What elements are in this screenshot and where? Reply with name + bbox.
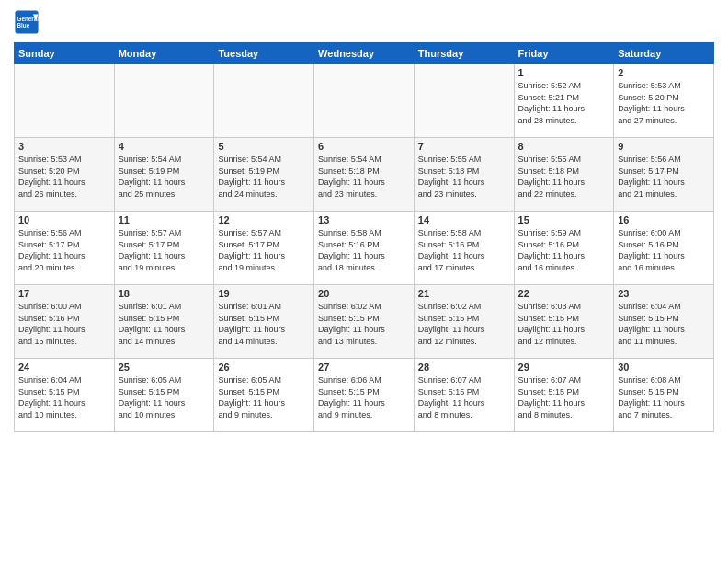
day-cell: 17Sunrise: 6:00 AM Sunset: 5:16 PM Dayli…: [15, 285, 115, 359]
day-cell: 20Sunrise: 6:02 AM Sunset: 5:15 PM Dayli…: [314, 285, 415, 359]
day-cell: 3Sunrise: 5:53 AM Sunset: 5:20 PM Daylig…: [15, 138, 115, 212]
day-info: Sunrise: 5:54 AM Sunset: 5:19 PM Dayligh…: [119, 154, 210, 200]
day-number: 4: [119, 141, 210, 152]
day-number: 11: [119, 214, 210, 225]
page: General Blue SundayMondayTuesdayWednesda…: [0, 0, 728, 563]
day-cell: [15, 64, 115, 138]
day-cell: 9Sunrise: 5:56 AM Sunset: 5:17 PM Daylig…: [614, 138, 714, 212]
day-number: 24: [18, 362, 110, 373]
day-info: Sunrise: 6:07 AM Sunset: 5:15 PM Dayligh…: [418, 374, 510, 420]
day-cell: 18Sunrise: 6:01 AM Sunset: 5:15 PM Dayli…: [114, 285, 214, 359]
day-cell: 1Sunrise: 5:52 AM Sunset: 5:21 PM Daylig…: [514, 64, 614, 138]
day-info: Sunrise: 6:01 AM Sunset: 5:15 PM Dayligh…: [218, 301, 310, 347]
day-number: 28: [418, 362, 510, 373]
day-cell: [414, 64, 514, 138]
day-number: 12: [218, 214, 310, 225]
day-cell: 19Sunrise: 6:01 AM Sunset: 5:15 PM Dayli…: [214, 285, 314, 359]
day-number: 5: [218, 141, 310, 152]
day-number: 6: [318, 141, 410, 152]
day-cell: 11Sunrise: 5:57 AM Sunset: 5:17 PM Dayli…: [114, 212, 214, 285]
day-info: Sunrise: 5:52 AM Sunset: 5:21 PM Dayligh…: [518, 80, 610, 126]
day-cell: 29Sunrise: 6:07 AM Sunset: 5:15 PM Dayli…: [514, 359, 614, 432]
week-row-4: 17Sunrise: 6:00 AM Sunset: 5:16 PM Dayli…: [15, 285, 714, 359]
day-info: Sunrise: 6:02 AM Sunset: 5:15 PM Dayligh…: [418, 301, 510, 347]
day-cell: 16Sunrise: 6:00 AM Sunset: 5:16 PM Dayli…: [614, 212, 714, 285]
day-info: Sunrise: 5:54 AM Sunset: 5:18 PM Dayligh…: [318, 154, 410, 200]
day-cell: 15Sunrise: 5:59 AM Sunset: 5:16 PM Dayli…: [514, 212, 614, 285]
day-info: Sunrise: 5:56 AM Sunset: 5:17 PM Dayligh…: [18, 227, 110, 273]
logo: General Blue: [14, 9, 40, 35]
weekday-header-row: SundayMondayTuesdayWednesdayThursdayFrid…: [15, 43, 714, 64]
weekday-header-friday: Friday: [514, 43, 614, 64]
day-cell: 10Sunrise: 5:56 AM Sunset: 5:17 PM Dayli…: [15, 212, 115, 285]
day-info: Sunrise: 6:05 AM Sunset: 5:15 PM Dayligh…: [218, 374, 310, 420]
day-cell: 8Sunrise: 5:55 AM Sunset: 5:18 PM Daylig…: [514, 138, 614, 212]
week-row-3: 10Sunrise: 5:56 AM Sunset: 5:17 PM Dayli…: [15, 212, 714, 285]
week-row-5: 24Sunrise: 6:04 AM Sunset: 5:15 PM Dayli…: [15, 359, 714, 432]
day-number: 15: [518, 214, 610, 225]
weekday-header-monday: Monday: [114, 43, 214, 64]
day-info: Sunrise: 6:01 AM Sunset: 5:15 PM Dayligh…: [119, 301, 210, 347]
day-info: Sunrise: 6:05 AM Sunset: 5:15 PM Dayligh…: [119, 374, 210, 420]
day-info: Sunrise: 5:57 AM Sunset: 5:17 PM Dayligh…: [218, 227, 310, 273]
weekday-header-saturday: Saturday: [614, 43, 714, 64]
day-cell: 28Sunrise: 6:07 AM Sunset: 5:15 PM Dayli…: [414, 359, 514, 432]
day-number: 2: [618, 67, 710, 78]
day-info: Sunrise: 6:07 AM Sunset: 5:15 PM Dayligh…: [518, 374, 610, 420]
day-cell: 5Sunrise: 5:54 AM Sunset: 5:19 PM Daylig…: [214, 138, 314, 212]
day-info: Sunrise: 6:02 AM Sunset: 5:15 PM Dayligh…: [318, 301, 410, 347]
day-cell: [314, 64, 415, 138]
day-number: 10: [18, 214, 110, 225]
day-number: 14: [418, 214, 510, 225]
day-cell: 27Sunrise: 6:06 AM Sunset: 5:15 PM Dayli…: [314, 359, 415, 432]
logo-icon: General Blue: [14, 9, 40, 35]
day-info: Sunrise: 6:04 AM Sunset: 5:15 PM Dayligh…: [18, 374, 110, 420]
day-info: Sunrise: 5:55 AM Sunset: 5:18 PM Dayligh…: [418, 154, 510, 200]
day-cell: 2Sunrise: 5:53 AM Sunset: 5:20 PM Daylig…: [614, 64, 714, 138]
day-number: 19: [218, 288, 310, 299]
day-info: Sunrise: 5:58 AM Sunset: 5:16 PM Dayligh…: [318, 227, 410, 273]
day-number: 9: [618, 141, 710, 152]
week-row-2: 3Sunrise: 5:53 AM Sunset: 5:20 PM Daylig…: [15, 138, 714, 212]
day-number: 25: [119, 362, 210, 373]
day-cell: 30Sunrise: 6:08 AM Sunset: 5:15 PM Dayli…: [614, 359, 714, 432]
day-cell: 24Sunrise: 6:04 AM Sunset: 5:15 PM Dayli…: [15, 359, 115, 432]
week-row-1: 1Sunrise: 5:52 AM Sunset: 5:21 PM Daylig…: [15, 64, 714, 138]
day-info: Sunrise: 6:04 AM Sunset: 5:15 PM Dayligh…: [618, 301, 710, 347]
day-number: 20: [318, 288, 410, 299]
day-cell: 6Sunrise: 5:54 AM Sunset: 5:18 PM Daylig…: [314, 138, 415, 212]
weekday-header-tuesday: Tuesday: [214, 43, 314, 64]
day-number: 27: [318, 362, 410, 373]
day-number: 22: [518, 288, 610, 299]
day-info: Sunrise: 6:00 AM Sunset: 5:16 PM Dayligh…: [18, 301, 110, 347]
day-number: 13: [318, 214, 410, 225]
weekday-header-wednesday: Wednesday: [314, 43, 415, 64]
weekday-header-sunday: Sunday: [15, 43, 115, 64]
day-info: Sunrise: 6:03 AM Sunset: 5:15 PM Dayligh…: [518, 301, 610, 347]
day-info: Sunrise: 5:56 AM Sunset: 5:17 PM Dayligh…: [618, 154, 710, 200]
day-info: Sunrise: 6:06 AM Sunset: 5:15 PM Dayligh…: [318, 374, 410, 420]
day-number: 26: [218, 362, 310, 373]
day-cell: 23Sunrise: 6:04 AM Sunset: 5:15 PM Dayli…: [614, 285, 714, 359]
day-info: Sunrise: 5:54 AM Sunset: 5:19 PM Dayligh…: [218, 154, 310, 200]
calendar-table: SundayMondayTuesdayWednesdayThursdayFrid…: [14, 42, 714, 432]
day-cell: 14Sunrise: 5:58 AM Sunset: 5:16 PM Dayli…: [414, 212, 514, 285]
day-info: Sunrise: 5:59 AM Sunset: 5:16 PM Dayligh…: [518, 227, 610, 273]
day-cell: 21Sunrise: 6:02 AM Sunset: 5:15 PM Dayli…: [414, 285, 514, 359]
day-cell: 25Sunrise: 6:05 AM Sunset: 5:15 PM Dayli…: [114, 359, 214, 432]
day-number: 1: [518, 67, 610, 78]
day-info: Sunrise: 5:58 AM Sunset: 5:16 PM Dayligh…: [418, 227, 510, 273]
day-cell: [214, 64, 314, 138]
day-number: 29: [518, 362, 610, 373]
svg-text:Blue: Blue: [17, 22, 30, 29]
day-number: 18: [119, 288, 210, 299]
day-info: Sunrise: 5:57 AM Sunset: 5:17 PM Dayligh…: [119, 227, 210, 273]
day-info: Sunrise: 6:08 AM Sunset: 5:15 PM Dayligh…: [618, 374, 710, 420]
day-cell: 7Sunrise: 5:55 AM Sunset: 5:18 PM Daylig…: [414, 138, 514, 212]
day-number: 23: [618, 288, 710, 299]
day-cell: 13Sunrise: 5:58 AM Sunset: 5:16 PM Dayli…: [314, 212, 415, 285]
day-cell: 12Sunrise: 5:57 AM Sunset: 5:17 PM Dayli…: [214, 212, 314, 285]
day-info: Sunrise: 5:55 AM Sunset: 5:18 PM Dayligh…: [518, 154, 610, 200]
day-cell: [114, 64, 214, 138]
day-number: 8: [518, 141, 610, 152]
